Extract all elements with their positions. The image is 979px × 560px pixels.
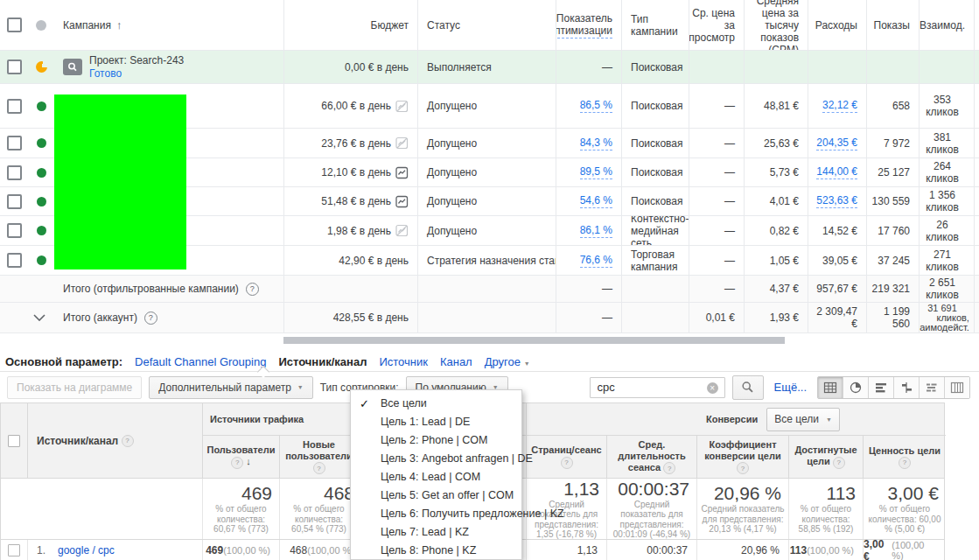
advanced-search-link[interactable]: Ещё...	[774, 381, 807, 394]
column-header-budget[interactable]: Бюджет	[283, 0, 417, 50]
column-header-status[interactable]: Статус	[417, 0, 556, 50]
menu-item-goal-1[interactable]: Цель 1: Lead | DE	[351, 413, 521, 431]
row-checkbox[interactable]	[7, 99, 22, 114]
column-header-goal-completions[interactable]: Достигнутые цели ?	[788, 436, 863, 478]
dimension-link-source[interactable]: Источник	[379, 355, 428, 368]
project-row: Проект: Search-243 Готово 0,00 € в день …	[0, 51, 979, 84]
menu-item-goal-3[interactable]: Цель 3: Angebot anfragen | DE	[351, 450, 521, 468]
type-cell: Поисковая	[621, 129, 689, 158]
menu-item-goal-5[interactable]: Цель 5: Get an offer | COM	[351, 486, 521, 505]
cost-link[interactable]: 523,63 €	[816, 194, 857, 208]
source-medium-link[interactable]: google / cpc	[58, 544, 115, 556]
opt-score-link[interactable]: 54,6 %	[580, 194, 612, 208]
chevron-down-icon[interactable]	[33, 314, 45, 321]
help-icon[interactable]: ?	[561, 457, 573, 469]
dimension-link-default-channel-grouping[interactable]: Default Channel Grouping	[135, 355, 266, 368]
dimension-link-other[interactable]: Другое ▼	[485, 355, 530, 368]
table-view-button[interactable]	[818, 377, 843, 398]
column-header-campaign[interactable]: Кампания↑	[54, 0, 283, 50]
project-name: Проект: Search-243	[89, 54, 184, 67]
menu-item-goal-8[interactable]: Цель 8: Phone | KZ	[351, 542, 521, 560]
pivot-view-button[interactable]	[944, 377, 969, 398]
cpm-cell: 4,01 €	[744, 187, 808, 215]
status-cell: Допущено	[417, 187, 556, 215]
group-header-acquisition: Источники трафика	[210, 414, 304, 424]
column-header-goal-value[interactable]: Ценность цели?	[863, 436, 946, 478]
search-box: ×	[590, 377, 725, 398]
row-checkbox[interactable]	[8, 544, 20, 556]
dimension-link-medium[interactable]: Канал	[440, 355, 472, 368]
help-icon[interactable]: ?	[833, 457, 845, 469]
help-icon[interactable]: ?	[663, 462, 675, 474]
help-icon[interactable]: ?	[122, 435, 134, 447]
select-all-checkbox[interactable]	[7, 18, 22, 32]
dimension-tab-source-medium[interactable]: Источник/канал	[278, 355, 367, 368]
help-icon[interactable]: ?	[313, 462, 325, 474]
row-checkbox[interactable]	[7, 223, 22, 238]
column-header-pages-per-session[interactable]: Страниц/сеанс ?	[526, 436, 606, 478]
column-header-cost[interactable]: Расходы	[808, 0, 866, 50]
help-icon[interactable]: ?	[737, 462, 749, 474]
performance-view-button[interactable]	[868, 377, 893, 398]
cpv-cell: —	[689, 84, 744, 128]
opt-score-link[interactable]: 86,5 %	[580, 99, 612, 113]
term-cloud-view-icon	[925, 382, 939, 394]
secondary-dimension-button[interactable]: Дополнительный параметр▼	[149, 376, 313, 399]
type-cell: Поисковая	[621, 84, 689, 128]
chart-disabled-icon	[395, 100, 409, 113]
column-header-impressions[interactable]: Показы	[866, 0, 919, 50]
opt-score-link[interactable]: 76,6 %	[580, 254, 612, 268]
menu-item-all-goals[interactable]: ✓Все цели	[351, 395, 521, 413]
search-button[interactable]	[732, 375, 764, 400]
project-state-link[interactable]: Готово	[89, 67, 184, 80]
help-icon[interactable]: ?	[246, 283, 259, 296]
menu-item-goal-4[interactable]: Цель 4: Lead | COM	[351, 468, 521, 486]
cpv-cell: —	[689, 246, 744, 275]
percentage-view-button[interactable]	[843, 377, 868, 398]
enabled-status-dot	[37, 138, 46, 148]
select-all-checkbox[interactable]	[8, 435, 20, 447]
comparison-view-button[interactable]	[893, 377, 919, 398]
cost-link[interactable]: 204,35 €	[816, 136, 857, 150]
row-checkbox[interactable]	[7, 136, 22, 150]
menu-item-goal-7[interactable]: Цель 7: Lead | KZ	[351, 523, 521, 542]
row-checkbox[interactable]	[7, 194, 22, 209]
term-cloud-view-button[interactable]	[919, 377, 944, 398]
table-search-input[interactable]	[590, 377, 725, 398]
opt-score-link[interactable]: 86,1 %	[580, 224, 612, 238]
chart-icon	[395, 195, 409, 208]
cost-link[interactable]: 32,12 €	[822, 99, 857, 113]
clear-search-icon[interactable]: ×	[707, 382, 718, 394]
horizontal-scrollbar-thumb[interactable]	[283, 337, 785, 344]
conversions-goal-select[interactable]: Все цели▼	[766, 408, 840, 431]
column-header-opt-score[interactable]: Показатель оптимизации	[556, 0, 621, 50]
row-checkbox[interactable]	[7, 253, 22, 268]
column-header-goal-conversion-rate[interactable]: Коэффициент конверсии цели ?	[696, 436, 788, 478]
menu-item-goal-6[interactable]: Цель 6: Получить предложение | KZ	[351, 505, 521, 523]
row-checkbox[interactable]	[7, 165, 22, 180]
opt-score-link[interactable]: 84,3 %	[580, 136, 612, 150]
chart-disabled-icon	[395, 224, 409, 237]
help-icon[interactable]: ?	[144, 312, 157, 325]
column-header-users[interactable]: Пользователи ? ↓	[202, 436, 279, 478]
cpv-cell: —	[689, 216, 744, 245]
chart-icon	[395, 166, 409, 179]
chart-disabled-icon	[395, 136, 409, 150]
status-cell: Допущено	[417, 84, 556, 128]
column-header-avg-session-duration[interactable]: Сред. длительность сеанса ?	[606, 436, 696, 478]
opt-score-link[interactable]: 89,5 %	[580, 165, 612, 179]
column-header-type[interactable]: Тип кампании	[621, 0, 689, 50]
help-icon[interactable]: ?	[899, 457, 911, 469]
help-icon[interactable]: ?	[231, 457, 243, 469]
column-header-new-users[interactable]: Новые пользователи?	[279, 436, 358, 478]
column-header-source-medium[interactable]: Источник/канал	[37, 435, 118, 447]
column-header-cpv[interactable]: Ср. цена за просмотр	[689, 0, 744, 50]
cost-link[interactable]: 144,00 €	[816, 165, 857, 179]
menu-item-goal-2[interactable]: Цель 2: Phone | COM	[351, 431, 521, 450]
column-header-interactions[interactable]: Взаимод.	[919, 0, 974, 50]
column-header-cpm[interactable]: Средняя цена за тысячу показов (CPM)	[744, 0, 808, 50]
summary-goal-conversion-rate: 20,96 %Средний показатель для представле…	[696, 479, 788, 539]
row-checkbox[interactable]	[7, 60, 22, 74]
cpv-cell: —	[689, 187, 744, 215]
row-index: 1.	[37, 544, 45, 556]
